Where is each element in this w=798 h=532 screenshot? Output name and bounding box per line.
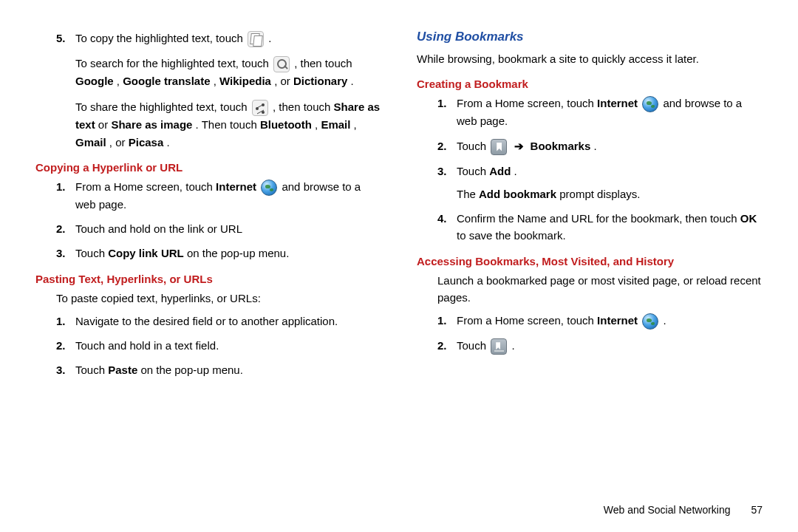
- step-5: 5. To copy the highlighted text, touch .…: [56, 30, 381, 151]
- heading-using-bookmarks: Using Bookmarks: [417, 30, 763, 44]
- search-icon: [273, 56, 290, 72]
- body-text: Launch a bookmarked page or most visited…: [437, 272, 763, 307]
- list-item: 2. Touch ➔ Bookmarks .: [437, 137, 763, 155]
- copy-hyperlink-steps: 1. From a Home screen, touch Internet an…: [56, 178, 381, 262]
- access-bookmarks-steps: 1. From a Home screen, touch Internet . …: [437, 312, 763, 355]
- page-footer: Web and Social Networking 57: [604, 504, 763, 516]
- body-text: To search for the highlighted text, touc…: [75, 55, 381, 89]
- heading-creating-bookmark: Creating a Bookmark: [417, 78, 763, 90]
- body-text: To paste copied text, hyperlinks, or URL…: [56, 290, 381, 307]
- list-item: 2. Touch and hold on the link or URL: [56, 220, 381, 237]
- globe-icon: [261, 180, 277, 196]
- body-text: To copy the highlighted text, touch: [75, 32, 246, 44]
- heading-access-bookmarks: Accessing Bookmarks, Most Visited, and H…: [417, 255, 763, 267]
- list-item: 3. Touch Copy link URL on the pop-up men…: [56, 245, 381, 262]
- step-number: 5.: [56, 30, 66, 47]
- page-number: 57: [751, 504, 763, 516]
- globe-icon: [642, 313, 658, 330]
- heading-paste: Pasting Text, Hyperlinks, or URLs: [35, 273, 381, 285]
- right-column: Using Bookmarks While browsing, bookmark…: [417, 30, 763, 386]
- body-text: While browsing, bookmark a site to quick…: [417, 50, 763, 67]
- page-columns: 5. To copy the highlighted text, touch .…: [35, 30, 763, 386]
- left-column: 5. To copy the highlighted text, touch .…: [35, 30, 381, 386]
- list-item: 2. Touch .: [437, 337, 763, 355]
- globe-icon: [642, 96, 658, 112]
- list-item: 3. Touch Paste on the pop-up menu.: [56, 361, 381, 378]
- create-bookmark-steps: 1. From a Home screen, touch Internet an…: [437, 95, 763, 244]
- list-item: 1. From a Home screen, touch Internet an…: [56, 178, 381, 213]
- bookmarks-tab-icon: [491, 338, 507, 355]
- body-text: .: [268, 32, 271, 44]
- copy-icon: [248, 31, 264, 47]
- body-text: The Add bookmark prompt displays.: [457, 185, 763, 202]
- body-text: To share the highlighted text, touch , t…: [75, 98, 381, 151]
- bookmarks-icon: [491, 139, 507, 155]
- list-item: 4. Confirm the Name and URL for the book…: [437, 210, 763, 245]
- list-item: 2. Touch and hold in a text field.: [56, 337, 381, 354]
- list-item: 3. Touch Add . The Add bookmark prompt d…: [437, 163, 763, 203]
- list-item: 1. From a Home screen, touch Internet an…: [437, 95, 763, 129]
- heading-copy-hyperlink: Copying a Hyperlink or URL: [35, 161, 381, 174]
- arrow-icon: ➔: [514, 140, 524, 152]
- highlighted-text-steps: 5. To copy the highlighted text, touch .…: [56, 30, 381, 151]
- list-item: 1. Navigate to the desired field or to a…: [56, 313, 381, 330]
- share-icon: [252, 100, 268, 116]
- paste-steps: 1. Navigate to the desired field or to a…: [56, 313, 381, 379]
- footer-section: Web and Social Networking: [604, 504, 731, 516]
- list-item: 1. From a Home screen, touch Internet .: [437, 312, 763, 330]
